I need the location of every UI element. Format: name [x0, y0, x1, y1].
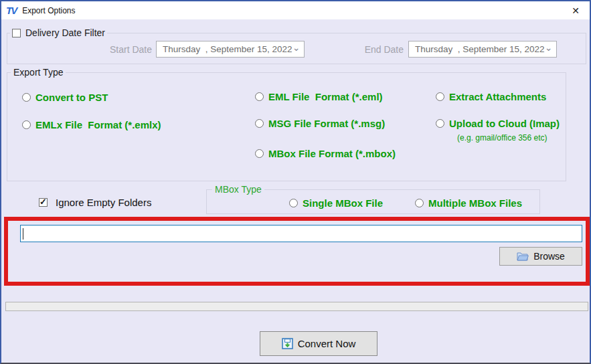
radio-icon [436, 119, 444, 128]
output-path-input[interactable] [20, 225, 582, 242]
export-type-group-label: Export Type [11, 68, 66, 77]
radio-option-single-mbox[interactable]: Single MBox File [289, 197, 383, 209]
radio-icon [289, 199, 298, 207]
mbox-type-group-label: MBox Type [212, 185, 264, 194]
radio-option-extract-attachments[interactable]: Extract Attachments [436, 91, 546, 102]
radio-option-label: EML File Format (*.eml) [268, 91, 383, 102]
radio-option-label: Multiple MBox Files [428, 197, 522, 209]
ignore-empty-folders-label: Ignore Empty Folders [56, 197, 151, 208]
ignore-empty-folders-checkbox[interactable]: ✓ [39, 198, 48, 207]
radio-icon [415, 199, 424, 207]
title-bar: TV Export Options ✕ [1, 1, 590, 19]
radio-option-label: MSG File Format (*.msg) [268, 118, 385, 129]
close-icon[interactable]: ✕ [562, 1, 590, 19]
delivery-date-filter-label: Delivery Date Filter [25, 27, 105, 38]
progress-bar [5, 302, 588, 311]
radio-option-label: EMLx File Format (*.emlx) [35, 119, 161, 130]
convert-now-button[interactable]: Convert Now [260, 331, 377, 356]
radio-option-label: MBox File Format (*.mbox) [268, 148, 396, 159]
save-convert-icon [282, 338, 293, 349]
upload-cloud-note: (e.g. gmail/office 356 etc) [457, 133, 547, 143]
ignore-empty-folders-toggle[interactable]: ✓ Ignore Empty Folders [39, 197, 151, 208]
radio-option-convert-to-pst[interactable]: Convert to PST [22, 92, 108, 103]
radio-option-eml-format[interactable]: EML File Format (*.eml) [255, 91, 383, 102]
radio-option-emlx-format[interactable]: EMLx File Format (*.emlx) [22, 119, 161, 130]
radio-icon [436, 92, 444, 101]
radio-option-multiple-mbox[interactable]: Multiple MBox Files [415, 197, 522, 209]
radio-icon [255, 119, 264, 128]
delivery-date-filter-toggle[interactable]: Delivery Date Filter [10, 27, 107, 38]
radio-icon [22, 93, 31, 102]
browse-button[interactable]: Browse [499, 247, 582, 266]
convert-now-label: Convert Now [298, 338, 356, 349]
end-date-value: Thursday , September 15, 2022 [415, 44, 545, 54]
text-caret [23, 228, 23, 240]
radio-option-upload-to-cloud[interactable]: Upload to Cloud (Imap) [436, 118, 560, 129]
end-date-label: End Date [359, 44, 404, 55]
delivery-date-filter-checkbox[interactable] [12, 29, 21, 37]
radio-option-msg-format[interactable]: MSG File Format (*.msg) [255, 118, 385, 129]
radio-option-label: Convert to PST [35, 92, 108, 103]
start-date-label: Start Date [102, 44, 152, 55]
radio-option-label: Single MBox File [303, 197, 383, 209]
app-logo-icon: TV [6, 5, 16, 16]
export-options-dialog: TV Export Options ✕ Delivery Date Filter… [0, 0, 591, 364]
start-date-value: Thursday , September 15, 2022 [163, 44, 292, 54]
folder-open-icon [517, 252, 529, 261]
radio-icon [255, 92, 264, 101]
radio-icon [255, 149, 264, 158]
radio-option-label: Upload to Cloud (Imap) [449, 118, 560, 129]
window-title: Export Options [22, 6, 75, 15]
chevron-down-icon: ⌄ [292, 44, 301, 51]
end-date-dropdown[interactable]: Thursday , September 15, 2022 ⌄ [408, 41, 557, 58]
chevron-down-icon: ⌄ [545, 44, 553, 51]
radio-option-label: Extract Attachments [449, 91, 546, 102]
check-icon: ✓ [39, 197, 47, 207]
radio-icon [22, 120, 31, 129]
radio-option-mbox-format[interactable]: MBox File Format (*.mbox) [255, 148, 396, 159]
start-date-dropdown[interactable]: Thursday , September 15, 2022 ⌄ [156, 41, 305, 58]
browse-button-label: Browse [533, 251, 565, 262]
